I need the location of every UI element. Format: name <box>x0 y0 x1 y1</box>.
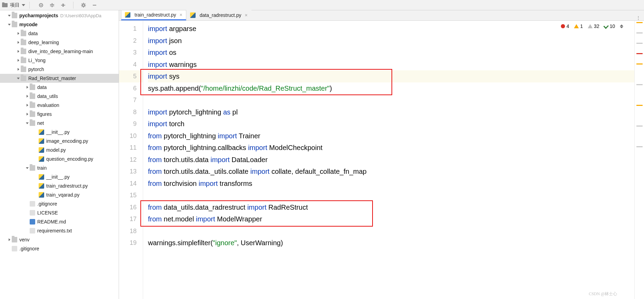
tree-item-venv[interactable]: venv <box>0 235 119 244</box>
code-line[interactable] <box>148 189 634 201</box>
project-root[interactable]: pycharmprojectsD:\Users\603\AppDa <box>0 11 119 20</box>
warning-count: 1 <box>580 23 583 29</box>
tree-item-rad-restruct-master[interactable]: Rad_ReStruct_master <box>0 74 119 83</box>
code-line[interactable]: from torch.utils.data import DataLoader <box>148 154 634 166</box>
chevron-updown-icon[interactable] <box>620 24 623 28</box>
tree-item-train[interactable]: train <box>0 163 119 172</box>
tree-item-evaluation[interactable]: evaluation <box>0 101 119 110</box>
weak-warning-count: 32 <box>594 23 600 29</box>
gear-icon[interactable] <box>80 2 87 8</box>
tree-item-image-encoding-py[interactable]: image_encoding.py <box>0 137 119 146</box>
line-gutter: 12345678910111213141516171819 <box>119 21 143 299</box>
line-number: 1 <box>119 23 143 35</box>
project-folder-icon <box>2 3 8 7</box>
project-tree[interactable]: pycharmprojectsD:\Users\603\AppDamycoded… <box>0 10 119 299</box>
code-line[interactable] <box>148 225 634 237</box>
tree-item-dive-into-deep-learning-main[interactable]: dive_into_deep_learning-main <box>0 47 119 56</box>
toolbar: 项目 <box>0 0 644 10</box>
code-line[interactable]: import os <box>148 47 634 59</box>
code-line[interactable]: warnings.simplefilter("ignore", UserWarn… <box>148 237 634 249</box>
tab-train-radrestruct-py[interactable]: train_radrestruct.py× <box>121 10 186 20</box>
tree-item-deep-learning[interactable]: deep_learning <box>0 38 119 47</box>
error-icon <box>561 24 565 28</box>
line-number: 4 <box>119 59 143 71</box>
editor-tabs: train_radrestruct.py×data_radrestruct.py… <box>119 10 644 21</box>
tree-item--init-py[interactable]: __init__.py <box>0 172 119 181</box>
minimize-icon[interactable] <box>91 2 98 8</box>
tree-item-question-encoding-py[interactable]: question_encoding.py <box>0 155 119 163</box>
svg-point-1 <box>41 5 41 6</box>
separator <box>73 2 73 9</box>
separator <box>29 2 30 9</box>
tree-item--gitignore[interactable]: .gitignore <box>0 199 119 208</box>
code-editor[interactable]: 12345678910111213141516171819 4 1 32 10 … <box>119 21 644 299</box>
tree-item-figures[interactable]: figures <box>0 110 119 119</box>
minimap[interactable] <box>634 21 644 299</box>
tree-item-data[interactable]: data <box>0 29 119 38</box>
python-file-icon <box>190 12 196 18</box>
project-sidebar: pycharmprojectsD:\Users\603\AppDamycoded… <box>0 10 119 299</box>
code-area[interactable]: 4 1 32 10 import argparseimport jsonimpo… <box>143 21 634 299</box>
close-icon[interactable]: × <box>245 12 247 18</box>
code-line[interactable]: import torch <box>148 118 634 130</box>
code-line[interactable]: import warnings <box>148 59 634 71</box>
code-line[interactable] <box>148 94 634 106</box>
code-line[interactable]: from pytorch_lightning.callbacks import … <box>148 142 634 154</box>
code-line[interactable]: import json <box>148 35 634 47</box>
line-number: 13 <box>119 166 143 178</box>
line-number: 18 <box>119 225 143 237</box>
svg-point-2 <box>82 4 85 6</box>
code-line[interactable]: sys.path.append("/home/linzhi/code/Rad_R… <box>148 82 634 94</box>
tree-item-model-py[interactable]: model.py <box>0 146 119 155</box>
code-line[interactable]: import sys <box>148 70 634 82</box>
warning-icon <box>574 24 579 28</box>
line-number: 19 <box>119 237 143 249</box>
analysis-bar[interactable]: 4 1 32 10 <box>561 23 623 29</box>
tree-item-train-radrestruct-py[interactable]: train_radrestruct.py <box>0 181 119 190</box>
code-line[interactable]: from pytorch_lightning import Trainer <box>148 130 634 142</box>
code-line[interactable]: from net.model import ModelWrapper <box>148 213 634 225</box>
locate-icon[interactable] <box>38 2 44 8</box>
line-number: 9 <box>119 118 143 130</box>
tree-item-li-yong[interactable]: Li_Yong <box>0 56 119 65</box>
line-number: 14 <box>119 178 143 190</box>
tree-item-readme-md[interactable]: README.md <box>0 217 119 226</box>
line-number: 6 <box>119 82 143 94</box>
line-number: 17 <box>119 213 143 225</box>
tabs-more-icon[interactable]: ⋮ <box>636 15 644 20</box>
ok-count: 10 <box>610 23 615 29</box>
error-count: 4 <box>566 23 569 29</box>
code-line[interactable]: import pytorch_lightning as pl <box>148 106 634 118</box>
tab-data-radrestruct-py[interactable]: data_radrestruct.py× <box>186 10 251 20</box>
line-number: 2 <box>119 35 143 47</box>
line-number: 3 <box>119 47 143 59</box>
tree-item--init-py[interactable]: __init__.py <box>0 128 119 137</box>
tree-item-mycode[interactable]: mycode <box>0 20 119 29</box>
tree-item-net[interactable]: net <box>0 119 119 128</box>
tree-item-requirements-txt[interactable]: requirements.txt <box>0 226 119 235</box>
tree-item--gitignore[interactable]: .gitignore <box>0 244 119 253</box>
chevron-down-icon[interactable] <box>22 4 25 6</box>
project-label: 项目 <box>10 2 20 8</box>
line-number: 11 <box>119 142 143 154</box>
tree-item-license[interactable]: LICENSE <box>0 208 119 217</box>
line-number: 5 <box>119 70 143 82</box>
watermark: CSDN @林士心 <box>589 291 617 297</box>
expand-icon[interactable] <box>49 2 55 8</box>
line-number: 8 <box>119 106 143 118</box>
python-file-icon <box>125 12 130 18</box>
code-line[interactable]: from torch.utils.data._utils.collate imp… <box>148 166 634 178</box>
tree-item-data-utils[interactable]: data_utils <box>0 92 119 101</box>
code-line[interactable]: from data_utils.data_radrestruct import … <box>148 201 634 213</box>
close-icon[interactable]: × <box>180 12 182 18</box>
weak-warning-icon <box>588 24 593 28</box>
tree-item-data[interactable]: data <box>0 83 119 92</box>
line-number: 16 <box>119 201 143 213</box>
line-number: 7 <box>119 94 143 106</box>
tree-item-train-vqarad-py[interactable]: train_vqarad.py <box>0 190 119 199</box>
line-number: 15 <box>119 189 143 201</box>
tree-item-pytorch[interactable]: pytorch <box>0 65 119 74</box>
collapse-icon[interactable] <box>60 2 66 8</box>
code-line[interactable]: from torchvision import transforms <box>148 178 634 190</box>
line-number: 12 <box>119 154 143 166</box>
